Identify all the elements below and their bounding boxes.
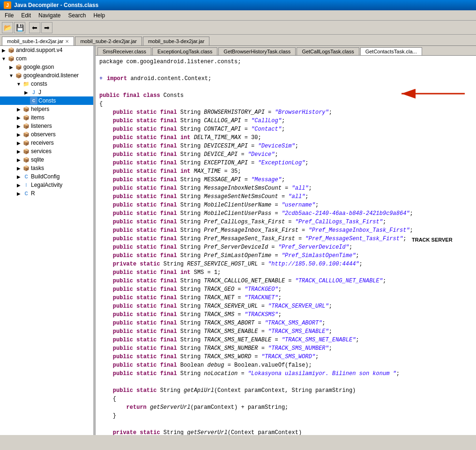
tree-item-google-gson[interactable]: ▶ 📦 google.gson <box>0 63 93 71</box>
expand-icon[interactable]: ▶ <box>15 148 22 155</box>
code-line-10: public static final String MessageInboxN… <box>99 184 472 192</box>
tab-close-icon[interactable]: ✕ <box>65 39 69 44</box>
interface-icon: I <box>22 181 30 189</box>
folder-icon: 📁 <box>22 80 30 88</box>
class-icon: C <box>22 190 30 197</box>
right-panel: SmsReceiver.class ExceptionLogTask.class… <box>96 46 476 435</box>
code-line-21: public static final String TRACK_CALLLOG… <box>99 277 472 285</box>
expand-icon[interactable]: ▶ <box>7 63 15 71</box>
toolbar-open[interactable]: 📂 <box>2 22 13 33</box>
expand-icon[interactable]: ▶ <box>15 181 22 189</box>
package-icon: 📦 <box>15 72 22 79</box>
jar-tab[interactable]: mobil_sube-3-dex2jar.jar <box>143 37 209 45</box>
code-line-8: public static final int MAX_TIME = 35; <box>99 167 472 176</box>
code-line-15: public static final String Pref_MessageI… <box>99 226 472 235</box>
file-tab-exceptionlogtask[interactable]: ExceptionLogTask.class <box>152 47 217 55</box>
expand-icon[interactable]: ▶ <box>15 139 22 147</box>
code-line-26: public static final String TRACK_SMS_ABO… <box>99 319 472 327</box>
toolbar-forward[interactable]: ➡ <box>41 22 52 33</box>
tree-item-r[interactable]: ▶ C R <box>0 189 93 198</box>
code-line-getserver-decl: private static String getServerUrl(Conte… <box>99 428 472 435</box>
menu-file[interactable]: File <box>1 11 17 20</box>
class-icon: J <box>30 89 37 96</box>
expand-icon[interactable]: ▶ <box>15 114 22 121</box>
tree-item-items[interactable]: ▶ 📦 items <box>0 113 93 122</box>
code-line-29: public static final String TRACK_SMS_NUM… <box>99 344 472 353</box>
menu-search[interactable]: Search <box>64 11 89 20</box>
tree-item-receivers[interactable]: ▶ 📦 receivers <box>0 139 93 147</box>
file-tab-bar: SmsReceiver.class ExceptionLogTask.class… <box>96 46 476 56</box>
toolbar-save[interactable]: 💾 <box>14 22 25 33</box>
file-tab-getcontacts[interactable]: GetContactsTask.cla... <box>360 47 422 56</box>
tree-item-buildconfig[interactable]: ▶ C BuildConfig <box>0 172 93 181</box>
code-line-3: public static final String CONTACT_API =… <box>99 125 472 133</box>
jar-tab[interactable]: mobil_sube-2-dex2jar.jar <box>75 37 141 45</box>
menu-help[interactable]: Help <box>89 11 109 20</box>
package-icon: 📦 <box>22 156 30 163</box>
toolbar-back[interactable]: ⬅ <box>29 22 40 33</box>
code-line-25: public static final String TRACK_SMS = "… <box>99 310 472 319</box>
expand-icon[interactable]: ▶ <box>15 173 22 180</box>
tree-item-tasks[interactable]: ▶ 📦 tasks <box>0 164 93 172</box>
code-line-open-brace: { <box>99 100 472 108</box>
code-line-5: public static final String DEVICESIM_API… <box>99 142 472 150</box>
toolbar: 📂 💾 ⬅ ➡ <box>0 21 476 35</box>
expand-icon[interactable]: ▶ <box>15 190 22 197</box>
expand-icon[interactable]: ▶ <box>15 156 22 163</box>
main-layout: ▶ 📦 android.support.v4 ▼ 📦 com ▶ 📦 googl… <box>0 46 476 435</box>
code-line-18: public static final String Pref_SimLastO… <box>99 251 472 260</box>
expand-icon[interactable]: ▼ <box>7 72 15 79</box>
tree-item-android-support[interactable]: ▶ 📦 android.support.v4 <box>0 46 93 54</box>
code-line-4: public static final int DELTA_TIME_MAX =… <box>99 133 472 142</box>
package-icon: 📦 <box>7 55 15 62</box>
file-tab-smsreceiver[interactable]: SmsReceiver.class <box>97 47 151 55</box>
tree-item-consts-class[interactable]: C Consts <box>0 96 93 105</box>
code-area[interactable]: TRACK SERVER package com.googleandroid.l… <box>96 56 476 435</box>
code-line-30: public static final String TRACK_SMS_WOR… <box>99 353 472 361</box>
file-tab-getbrowserhistory[interactable]: GetBrowserHistoryTask.class <box>218 47 296 55</box>
tree-item-listeners[interactable]: ▶ 📦 listeners <box>0 122 93 130</box>
code-line-class-decl: public final class Consts <box>99 91 472 100</box>
tree-item-services[interactable]: ▶ 📦 services <box>0 147 93 155</box>
code-line-plus: +import android.content.Context; <box>99 74 472 83</box>
expand-icon[interactable]: ▼ <box>15 80 22 88</box>
jar-tab[interactable]: mobil_sube-1-dex2jar.jar ✕ <box>2 37 74 46</box>
title-bar: J Java Decompiler - Consts.class <box>0 0 476 10</box>
code-line-28: public static final String TRACK_SMS_NET… <box>99 336 472 344</box>
tree-item-sqlite[interactable]: ▶ 📦 sqlite <box>0 155 93 164</box>
tree-item-j-class[interactable]: ▶ J J <box>0 88 93 96</box>
menu-navigate[interactable]: Navigate <box>35 11 64 20</box>
expand-icon[interactable]: ▶ <box>22 89 30 96</box>
code-line-23: public static final String TRACK_NET = "… <box>99 294 472 302</box>
code-line-19: private static String REST_SERVICE_HOST_… <box>99 260 472 268</box>
package-icon: 📦 <box>22 139 30 147</box>
code-line-9: public static final String MESSAGE_API =… <box>99 176 472 184</box>
tree-item-com[interactable]: ▼ 📦 com <box>0 54 93 63</box>
expand-icon[interactable]: ▼ <box>0 55 7 62</box>
package-icon: 📦 <box>22 114 30 121</box>
code-line-package: package com.googleandroid.listener.const… <box>99 58 472 66</box>
code-line-1: public static final String BROWSERHISTOR… <box>99 108 472 117</box>
expand-icon[interactable]: ▶ <box>15 105 22 113</box>
tree-item-legalactivity[interactable]: ▶ I LegalActivity <box>0 181 93 189</box>
package-icon: 📦 <box>7 46 15 54</box>
expand-icon[interactable]: ▶ <box>15 122 22 130</box>
code-line-27: public static final String TRACK_SMS_ENA… <box>99 327 472 336</box>
title-text: Java Decompiler - Consts.class <box>14 2 98 8</box>
tree-item-googleandroid-listener[interactable]: ▼ 📦 googleandroid.listener <box>0 71 93 80</box>
menu-edit[interactable]: Edit <box>17 11 35 20</box>
tree-item-helpers[interactable]: ▶ 📦 helpers <box>0 105 93 113</box>
package-icon: 📦 <box>22 131 30 138</box>
file-tab-getcalllogs[interactable]: GetCallLogsTask.class <box>297 47 359 55</box>
tree-item-observers[interactable]: ▶ 📦 observers <box>0 130 93 139</box>
expand-icon[interactable]: ▶ <box>15 164 22 172</box>
code-line-32: public static final String noLocation = … <box>99 369 472 378</box>
code-line-12: public static final String MobileClientU… <box>99 201 472 209</box>
code-line-close2: } <box>99 412 472 420</box>
expand-icon[interactable]: ▶ <box>15 131 22 138</box>
code-line-2: public static final String CALLLOG_API =… <box>99 117 472 125</box>
expand-icon[interactable]: ▶ <box>0 46 7 54</box>
code-line-open2: { <box>99 395 472 403</box>
tree-item-consts-folder[interactable]: ▼ 📁 consts <box>0 80 93 88</box>
code-line-31: public static final Boolean debug = Bool… <box>99 361 472 369</box>
